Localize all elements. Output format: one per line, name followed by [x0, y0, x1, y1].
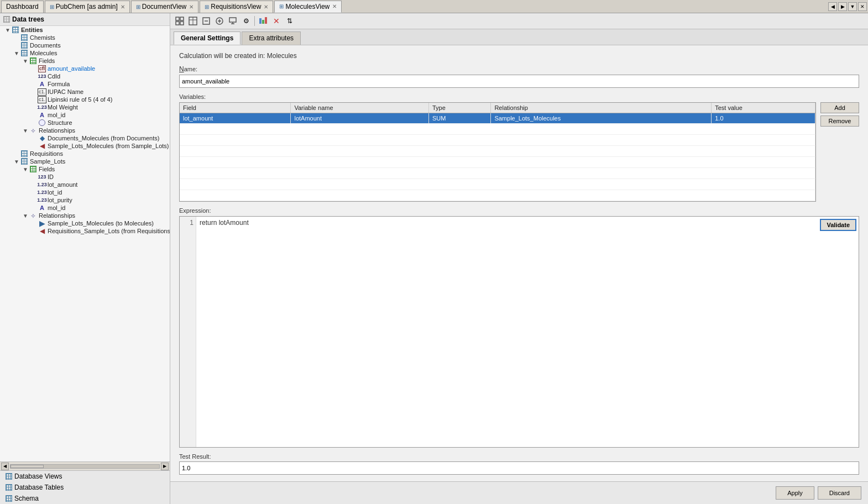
- svg-rect-0: [176, 17, 179, 20]
- toolbar-btn-5[interactable]: [227, 15, 239, 27]
- tree-item-doc-mol[interactable]: ◆ Documents_Molecules (from Documents): [0, 134, 170, 142]
- tree-item-amount-available[interactable]: cfl amount_available: [0, 65, 170, 72]
- requisitionsview-close-icon[interactable]: ✕: [264, 4, 268, 10]
- toolbar-btn-1[interactable]: [174, 15, 186, 27]
- expression-container[interactable]: 1 return lotAmount Validate: [179, 216, 859, 448]
- tree-item-mol-id[interactable]: A mol_id: [0, 111, 170, 119]
- tab-close-all-btn[interactable]: ✕: [858, 2, 867, 11]
- svg-rect-3: [180, 22, 184, 25]
- tree-item-lot-id[interactable]: 1.23 lot_id: [0, 188, 170, 196]
- toolbar-btn-6[interactable]: ⚙: [240, 15, 252, 27]
- tab-scroll-left-btn[interactable]: ◀: [828, 2, 837, 11]
- svg-rect-15: [259, 18, 262, 24]
- calculation-info-text: Calculation will be created in: Molecule…: [179, 52, 297, 60]
- sample-lots-mol-label: Sample_Lots_Molecules (from Sample_Lots): [48, 143, 169, 149]
- tab-documentview[interactable]: ⊞ DocumentView ✕: [131, 1, 198, 13]
- sl-fields-toggle[interactable]: ▼: [22, 166, 29, 172]
- tree-item-lipinski[interactable]: c1. Lipinski rule of 5 (4 of 4): [0, 96, 170, 103]
- scroll-left-btn[interactable]: ◀: [1, 463, 9, 470]
- documentview-close-icon[interactable]: ✕: [189, 4, 194, 10]
- left-panel: Data trees ▼ Entities Chemists: [0, 13, 170, 504]
- mol-rel-icon: ⟡: [29, 127, 38, 134]
- tab-requisitionsview[interactable]: ⊞ RequisitionsView ✕: [200, 1, 273, 13]
- scroll-track[interactable]: [10, 464, 160, 469]
- tree-item-req-sl[interactable]: ◀ Requisitions_Sample_Lots (from Requisi…: [0, 227, 170, 235]
- toolbar-btn-4[interactable]: [213, 15, 226, 27]
- name-input[interactable]: [179, 75, 859, 88]
- tree-item-chemists[interactable]: Chemists: [0, 34, 170, 41]
- apply-button[interactable]: Apply: [776, 486, 814, 500]
- svg-rect-16: [262, 20, 264, 24]
- nav-schema[interactable]: Schema: [0, 493, 170, 504]
- add-variable-button[interactable]: Add: [820, 102, 859, 113]
- tree-item-lot-amount[interactable]: 1.23 lot_amount: [0, 181, 170, 188]
- tree-item-formula[interactable]: A Formula: [0, 80, 170, 88]
- mol-fields-toggle-icon[interactable]: ▼: [22, 58, 29, 64]
- scroll-right-btn[interactable]: ▶: [161, 463, 169, 470]
- req-sl-icon: ◀: [38, 228, 46, 234]
- tree-item-sl-mol-to[interactable]: ▶ Sample_Lots_Molecules (to Molecules): [0, 219, 170, 227]
- tree-item-sl-relationships[interactable]: ▼ ⟡ Relationships: [0, 212, 170, 219]
- moleculesview-close-icon[interactable]: ✕: [332, 3, 337, 9]
- sl-rel-toggle[interactable]: ▼: [22, 213, 29, 219]
- h-scrollbar[interactable]: ◀ ▶: [0, 461, 170, 470]
- tab-extra-attributes[interactable]: Extra attributes: [242, 32, 301, 45]
- tab-pubchem[interactable]: ⊞ PubChem [as admin] ✕: [45, 1, 130, 13]
- mol-rel-toggle[interactable]: ▼: [22, 128, 29, 134]
- toolbar-btn-2[interactable]: [187, 15, 199, 27]
- scroll-thumb[interactable]: [11, 465, 44, 468]
- tab-bar-controls: ◀ ▶ ▼ ✕: [828, 2, 867, 11]
- table-empty-row: [180, 168, 815, 179]
- tree-item-sl-mol-id[interactable]: A mol_id: [0, 204, 170, 212]
- svg-rect-1: [180, 17, 184, 20]
- expression-code[interactable]: return lotAmount: [196, 217, 859, 447]
- entities-toggle-icon[interactable]: ▼: [4, 27, 11, 33]
- tree-item-documents[interactable]: Documents: [0, 41, 170, 49]
- nav-database-views[interactable]: Database Views: [0, 471, 170, 482]
- toolbar-btn-7[interactable]: [257, 15, 269, 27]
- tree-item-sl-fields[interactable]: ▼ Fields: [0, 165, 170, 173]
- molecules-toggle-icon[interactable]: ▼: [13, 50, 20, 56]
- tab-moleculesview[interactable]: ⊞ MoleculesView ✕: [274, 1, 342, 13]
- table-empty-row: [180, 157, 815, 168]
- validate-button[interactable]: Validate: [820, 219, 856, 231]
- tree-item-requisitions[interactable]: Requisitions: [0, 150, 170, 158]
- tree-item-cdid[interactable]: 123 CdId: [0, 72, 170, 80]
- tree-scroll-area[interactable]: ▼ Entities Chemists Documents ▼: [0, 26, 170, 461]
- id-label: ID: [48, 174, 54, 180]
- right-panel: ⚙ ✕ ⇅ General Settings Extra attributes: [170, 13, 868, 504]
- structure-label: Structure: [48, 119, 72, 126]
- sample-lots-toggle[interactable]: ▼: [13, 159, 20, 165]
- tree-item-sample-lots-mol[interactable]: ◀ Sample_Lots_Molecules (from Sample_Lot…: [0, 142, 170, 150]
- requisitions-label: Requisitions: [30, 150, 63, 157]
- tab-general-settings[interactable]: General Settings: [174, 32, 240, 45]
- tab-scroll-right-btn[interactable]: ▶: [838, 2, 847, 11]
- bottom-nav: Database Views Database Tables Schema: [0, 470, 170, 504]
- sl-rel-label: Relationships: [39, 212, 75, 219]
- lot-id-icon: 1.23: [38, 189, 46, 196]
- tree-item-molecules[interactable]: ▼ Molecules: [0, 49, 170, 57]
- nav-database-tables[interactable]: Database Tables: [0, 482, 170, 493]
- pubchem-close-icon[interactable]: ✕: [121, 4, 125, 10]
- tree-item-iupac[interactable]: c1. IUPAC Name: [0, 88, 170, 96]
- table-row[interactable]: lot_amount lotAmount SUM Sample_Lots_Mol…: [180, 113, 815, 124]
- toolbar-btn-3[interactable]: [200, 15, 212, 27]
- tree-item-structure[interactable]: Structure: [0, 119, 170, 127]
- tree-item-lot-purity[interactable]: 1.23 lot_purity: [0, 196, 170, 204]
- discard-button[interactable]: Discard: [818, 486, 861, 500]
- toolbar-btn-sort[interactable]: ⇅: [284, 15, 296, 27]
- expr-line-numbers: 1: [180, 217, 196, 447]
- tree-item-id[interactable]: 123 ID: [0, 173, 170, 181]
- tab-dropdown-btn[interactable]: ▼: [848, 2, 857, 11]
- remove-variable-button[interactable]: Remove: [820, 116, 859, 127]
- tree-item-sample-lots[interactable]: ▼ Sample_Lots: [0, 158, 170, 165]
- vars-table-header-row: Field Variable name Type Relationship Te…: [180, 103, 815, 113]
- variables-table-container: Field Variable name Type Relationship Te…: [179, 102, 816, 202]
- toolbar-btn-delete[interactable]: ✕: [270, 15, 283, 27]
- tree-item-mol-fields[interactable]: ▼ Fields: [0, 57, 170, 65]
- tree-item-mol-relationships[interactable]: ▼ ⟡ Relationships: [0, 127, 170, 134]
- tree-item-mol-weight[interactable]: 1.23 Mol Weight: [0, 103, 170, 111]
- tab-dashboard[interactable]: Dashboard: [1, 1, 44, 13]
- mol-fields-icon: [29, 57, 38, 64]
- tree-item-entities[interactable]: ▼ Entities: [0, 26, 170, 34]
